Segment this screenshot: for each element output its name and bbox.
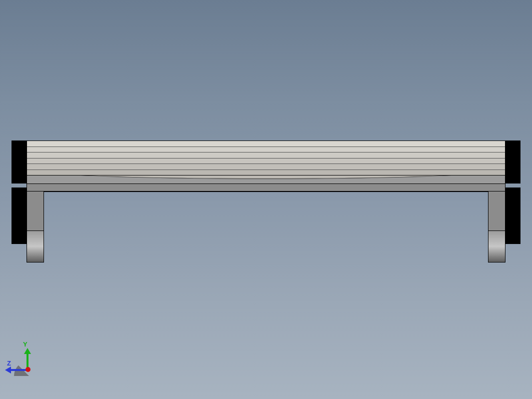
x-axis-icon (26, 367, 30, 372)
pin-top-left (12, 140, 26, 184)
lamina (27, 170, 505, 176)
model[interactable] (12, 140, 520, 262)
y-arrow-icon (24, 348, 31, 354)
transition-fillet (26, 176, 506, 184)
y-axis-label: Y (23, 340, 28, 348)
leg-left (26, 191, 44, 262)
inner-edge (44, 191, 488, 192)
laminated-slab (26, 140, 506, 176)
view-triad[interactable]: Y Z (5, 346, 45, 381)
pin-bottom-right (506, 188, 520, 244)
cad-viewport[interactable]: Y Z (0, 0, 532, 399)
z-axis-label: Z (7, 360, 11, 367)
z-arrow-icon (5, 366, 11, 374)
lamina (27, 164, 505, 170)
lamina (27, 141, 505, 146)
lamina (27, 152, 505, 158)
z-axis-icon (10, 369, 27, 371)
pin-bottom-left (12, 188, 26, 244)
lamina (27, 146, 505, 152)
lamina (27, 158, 505, 164)
leg-right (488, 191, 506, 262)
pin-top-right (506, 140, 520, 184)
